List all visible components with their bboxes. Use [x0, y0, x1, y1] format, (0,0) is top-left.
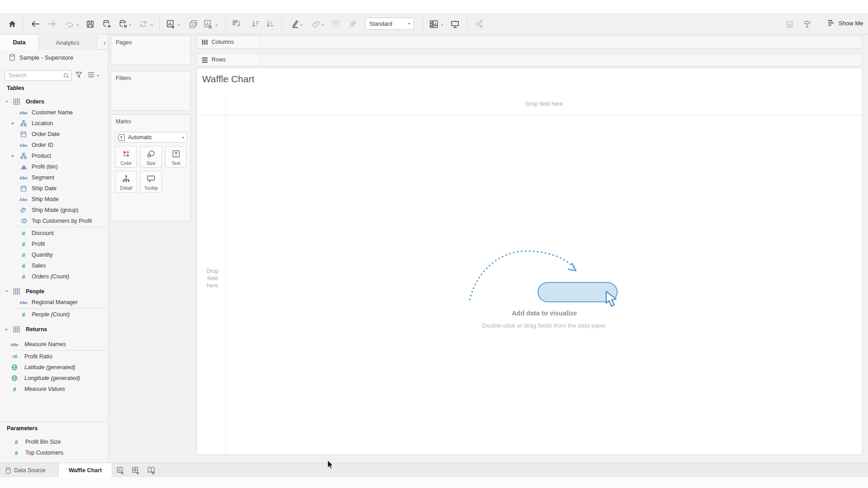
replay-icon[interactable] — [64, 19, 76, 29]
sort-ascending-icon[interactable] — [250, 19, 262, 29]
group-members-icon[interactable] — [310, 19, 322, 29]
field-row[interactable]: # Orders (Count) — [0, 271, 108, 282]
pause-dropdown-icon[interactable]: ▾ — [129, 23, 131, 27]
field-row[interactable]: =# Profit Ratio — [0, 351, 108, 362]
chevron-right-icon[interactable]: ▶ — [10, 154, 15, 158]
view-options-icon[interactable] — [88, 71, 94, 80]
field-row[interactable]: # Discount — [0, 228, 108, 239]
group-dropdown-icon[interactable]: ▾ — [322, 23, 324, 27]
sheet-title[interactable]: Waffle Chart — [202, 74, 255, 84]
fit-selector[interactable]: Standard ▾ — [365, 18, 414, 30]
share-icon[interactable] — [473, 19, 485, 29]
collapse-pane-icon[interactable]: ‹ — [104, 39, 106, 47]
datasource-item[interactable]: Sample - Superstore — [0, 52, 108, 63]
data-source-tab[interactable]: Data Source — [0, 463, 59, 478]
drop-field-zone-left[interactable]: Drop field here — [204, 267, 221, 289]
table-row-people[interactable]: ▼ People — [0, 286, 108, 297]
field-row[interactable]: ▶ Product — [0, 150, 108, 161]
filter-fields-icon[interactable] — [75, 71, 82, 80]
sort-descending-icon[interactable] — [264, 19, 276, 29]
einstein-assistant-icon[interactable] — [784, 19, 796, 29]
field-row[interactable]: Profit (bin) — [0, 161, 108, 172]
show-hide-cards-dropdown-icon[interactable]: ▾ — [441, 23, 443, 27]
clear-sheet-dropdown-icon[interactable]: ▾ — [216, 23, 217, 27]
new-dashboard-tab-icon[interactable] — [131, 466, 141, 475]
home-icon[interactable] — [6, 19, 18, 29]
pages-shelf[interactable]: Pages — [111, 35, 191, 65]
field-row[interactable]: Abc Regional Manager — [0, 297, 108, 308]
columns-shelf[interactable]: Columns — [197, 35, 863, 49]
new-data-source-icon[interactable] — [101, 19, 113, 29]
field-row[interactable]: Abc Customer Name — [0, 107, 108, 118]
run-update-dropdown-icon[interactable]: ▾ — [151, 23, 153, 27]
field-row[interactable]: Latitude (generated) — [0, 362, 108, 373]
show-mark-labels-icon[interactable] — [330, 19, 342, 29]
marks-label: Marks — [111, 115, 190, 125]
chevron-right-icon[interactable]: ▶ — [4, 328, 9, 331]
parameter-row[interactable]: # Profit Bin Size — [0, 436, 108, 447]
highlight-dropdown-icon[interactable]: ▾ — [301, 23, 302, 27]
field-row[interactable]: # Profit — [0, 239, 108, 249]
duplicate-sheet-icon[interactable] — [187, 19, 199, 29]
field-row[interactable]: # Sales — [0, 260, 108, 271]
table-row-orders[interactable]: ▼ Orders — [0, 96, 108, 107]
new-worksheet-tab-icon[interactable] — [115, 466, 125, 475]
field-row[interactable]: Longitude (generated) — [0, 373, 108, 384]
view-options-caret-icon[interactable]: ▾ — [97, 74, 99, 78]
new-worksheet-dropdown-icon[interactable]: ▾ — [178, 23, 179, 27]
undo-icon[interactable] — [29, 19, 41, 29]
field-row[interactable]: Ship Date — [0, 183, 108, 194]
field-row[interactable]: # Measure Values — [0, 384, 108, 394]
table-row-returns[interactable]: ▶ Returns — [0, 324, 108, 335]
size-icon — [141, 150, 161, 159]
field-row[interactable]: Abc Order ID — [0, 140, 108, 150]
search-input[interactable] — [5, 70, 71, 81]
toolbar-divider — [281, 18, 282, 30]
tooltip-signpost-icon[interactable] — [801, 19, 813, 29]
field-row[interactable]: Abc Ship Mode — [0, 194, 108, 205]
field-row[interactable]: Order Date — [0, 129, 108, 140]
replay-dropdown-icon[interactable]: ▾ — [77, 23, 79, 27]
chevron-down-icon[interactable]: ▼ — [4, 100, 9, 103]
mark-type-dropdown[interactable]: T Automatic ▾ — [115, 132, 187, 143]
show-hide-cards-icon[interactable] — [428, 19, 439, 29]
field-row[interactable]: Abc Measure Names — [0, 339, 108, 350]
new-worksheet-icon[interactable] — [165, 19, 176, 29]
size-button[interactable]: Size — [140, 146, 162, 168]
new-story-tab-icon[interactable] — [146, 466, 156, 475]
clear-sheet-icon[interactable] — [202, 19, 213, 29]
field-row[interactable]: Ship Mode (group) — [0, 205, 108, 216]
tab-analytics[interactable]: Analytics — [39, 35, 97, 50]
detail-label: Detail — [120, 185, 132, 191]
histogram-icon — [19, 164, 28, 170]
redo-icon[interactable] — [46, 19, 58, 29]
rows-shelf[interactable]: Rows — [197, 53, 863, 66]
highlight-icon[interactable] — [289, 19, 301, 29]
run-update-icon[interactable] — [137, 19, 149, 29]
tooltip-button[interactable]: Tooltip — [140, 171, 162, 192]
filters-shelf[interactable]: Filters — [111, 71, 191, 111]
color-button[interactable]: Color — [115, 146, 137, 168]
pause-auto-updates-icon[interactable] — [117, 19, 129, 29]
sheet-tab-waffle-chart[interactable]: Waffle Chart — [59, 463, 112, 478]
mark-type-value: Automatic — [128, 134, 152, 141]
drop-field-zone-top[interactable]: Drop field here — [226, 101, 863, 107]
presentation-mode-icon[interactable] — [449, 19, 461, 29]
field-row[interactable]: ▶ Location — [0, 118, 108, 129]
tab-data[interactable]: Data — [0, 35, 39, 50]
field-row[interactable]: # People (Count) — [0, 309, 108, 320]
chevron-right-icon[interactable]: ▶ — [10, 122, 15, 125]
field-row[interactable]: Top Customers by Profit — [0, 216, 108, 226]
drag-hint-cursor-icon — [603, 290, 620, 309]
fix-axes-icon[interactable] — [347, 19, 359, 29]
show-me-button[interactable]: Show Me — [827, 19, 863, 27]
text-button[interactable]: Text — [165, 146, 187, 168]
field-row[interactable]: Abc Segment — [0, 172, 108, 183]
chevron-down-icon[interactable]: ▼ — [4, 290, 9, 293]
worksheet-canvas[interactable]: Waffle Chart Drop field here Drop field … — [197, 68, 863, 455]
detail-button[interactable]: Detail — [115, 171, 137, 192]
field-row[interactable]: # Quantity — [0, 249, 108, 260]
save-icon[interactable] — [84, 19, 96, 29]
swap-rows-columns-icon[interactable] — [231, 19, 242, 29]
parameter-row[interactable]: # Top Customers — [0, 447, 108, 458]
